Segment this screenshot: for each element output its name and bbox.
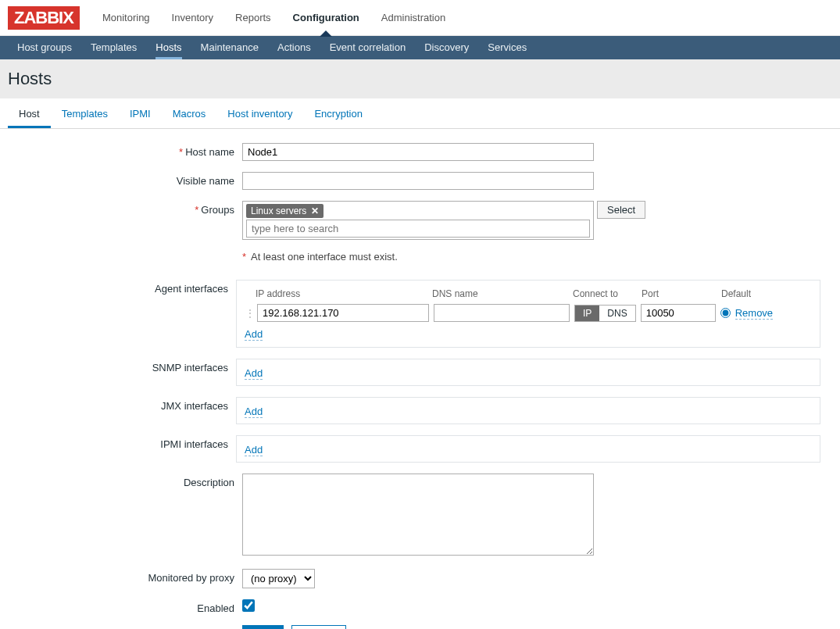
label-snmp-interfaces: SNMP interfaces (152, 362, 228, 373)
agent-interface-row: ⋮⋮ IP DNS Remove (245, 304, 812, 322)
subnav-host-groups[interactable]: Host groups (8, 36, 81, 59)
host-name-input[interactable] (242, 143, 594, 161)
nav-configuration[interactable]: Configuration (282, 0, 370, 36)
cancel-button[interactable]: Cancel (291, 625, 346, 629)
groups-box[interactable]: Linux servers ✕ (242, 201, 594, 240)
ipmi-interfaces-box: Add (236, 435, 820, 463)
nav-administration[interactable]: Administration (370, 0, 456, 36)
proxy-select[interactable]: (no proxy) (242, 569, 315, 588)
agent-ip-input[interactable] (257, 304, 429, 322)
tab-encryption[interactable]: Encryption (303, 102, 373, 128)
toggle-ip[interactable]: IP (575, 306, 599, 321)
label-visible-name: Visible name (177, 175, 234, 187)
required-icon: * (242, 251, 246, 263)
page-title: Hosts (8, 69, 832, 89)
group-tag: Linux servers ✕ (246, 204, 323, 218)
top-nav: ZABBIX Monitoring Inventory Reports Conf… (0, 0, 840, 36)
agent-interfaces-box: IP address DNS name Connect to Port Defa… (236, 280, 820, 348)
agent-dns-input[interactable] (434, 304, 570, 322)
label-enabled: Enabled (197, 602, 234, 614)
label-groups: Groups (201, 204, 234, 216)
agent-port-input[interactable] (641, 304, 716, 322)
group-tag-label: Linux servers (251, 205, 306, 216)
tab-host-inventory[interactable]: Host inventory (216, 102, 303, 128)
subnav-actions[interactable]: Actions (268, 36, 320, 59)
tab-macros[interactable]: Macros (162, 102, 217, 128)
label-description: Description (184, 477, 234, 488)
enabled-checkbox[interactable] (242, 599, 255, 612)
col-default: Default (721, 288, 751, 299)
col-connect-to: Connect to (573, 288, 637, 299)
page-header: Hosts (0, 59, 840, 98)
nav-monitoring[interactable]: Monitoring (91, 0, 161, 36)
host-form: *Host name Visible name *Groups Linux se… (0, 129, 828, 629)
add-agent-interface-link[interactable]: Add (245, 328, 263, 341)
add-button[interactable]: Add (242, 625, 284, 629)
label-agent-interfaces: Agent interfaces (155, 283, 228, 295)
description-textarea[interactable] (242, 474, 594, 556)
subnav-templates[interactable]: Templates (81, 36, 146, 59)
visible-name-input[interactable] (242, 172, 594, 190)
label-monitored-by-proxy: Monitored by proxy (148, 572, 234, 584)
subnav-discovery[interactable]: Discovery (415, 36, 478, 59)
toggle-dns[interactable]: DNS (599, 306, 634, 321)
subnav-event-correlation[interactable]: Event correlation (320, 36, 416, 59)
required-icon: * (179, 146, 183, 158)
remove-group-icon[interactable]: ✕ (311, 205, 319, 216)
subnav-services[interactable]: Services (478, 36, 536, 59)
label-jmx-interfaces: JMX interfaces (161, 400, 228, 412)
connect-to-toggle[interactable]: IP DNS (574, 305, 636, 322)
config-tabs: Host Templates IPMI Macros Host inventor… (0, 102, 840, 129)
remove-interface-link[interactable]: Remove (735, 307, 773, 320)
label-host-name: Host name (185, 146, 234, 158)
drag-handle-icon[interactable]: ⋮⋮ (245, 307, 252, 320)
nav-reports[interactable]: Reports (224, 0, 282, 36)
add-snmp-interface-link[interactable]: Add (245, 367, 263, 380)
tab-templates[interactable]: Templates (51, 102, 119, 128)
sub-nav: Host groups Templates Hosts Maintenance … (0, 36, 840, 59)
select-groups-button[interactable]: Select (597, 201, 645, 219)
add-jmx-interface-link[interactable]: Add (245, 406, 263, 418)
snmp-interfaces-box: Add (236, 359, 820, 386)
subnav-maintenance[interactable]: Maintenance (191, 36, 268, 59)
required-icon: * (195, 204, 198, 216)
default-interface-radio[interactable] (720, 308, 731, 318)
col-ip-address: IP address (256, 288, 427, 299)
label-ipmi-interfaces: IPMI interfaces (160, 438, 228, 450)
col-port: Port (642, 288, 717, 299)
nav-inventory[interactable]: Inventory (161, 0, 224, 36)
tab-host[interactable]: Host (8, 102, 51, 128)
interface-hint: At least one interface must exist. (251, 251, 398, 263)
col-dns-name: DNS name (432, 288, 568, 299)
jmx-interfaces-box: Add (236, 397, 820, 424)
add-ipmi-interface-link[interactable]: Add (245, 444, 263, 456)
groups-search-input[interactable] (246, 220, 590, 238)
subnav-hosts[interactable]: Hosts (146, 36, 191, 59)
logo: ZABBIX (8, 6, 80, 30)
tab-ipmi[interactable]: IPMI (119, 102, 162, 128)
